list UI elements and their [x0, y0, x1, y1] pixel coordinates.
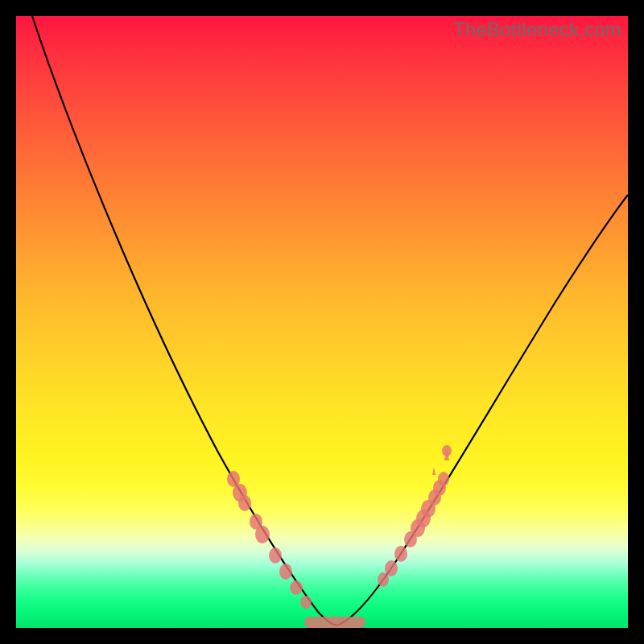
svg-point-10 [385, 560, 398, 576]
trough-bar [304, 617, 365, 628]
svg-point-8 [300, 596, 312, 609]
svg-point-6 [279, 564, 292, 580]
svg-point-11 [394, 546, 407, 562]
curve-right [336, 195, 628, 625]
svg-point-2 [238, 495, 251, 511]
chart-svg [16, 16, 628, 628]
svg-point-5 [269, 547, 282, 564]
right-markers [378, 445, 452, 587]
svg-point-7 [290, 580, 303, 595]
svg-point-18 [438, 472, 449, 486]
chart-plot-area: TheBottleneck.com [16, 16, 628, 628]
curve-left [32, 16, 336, 625]
chart-frame: TheBottleneck.com [0, 0, 644, 644]
svg-point-4 [255, 526, 270, 543]
